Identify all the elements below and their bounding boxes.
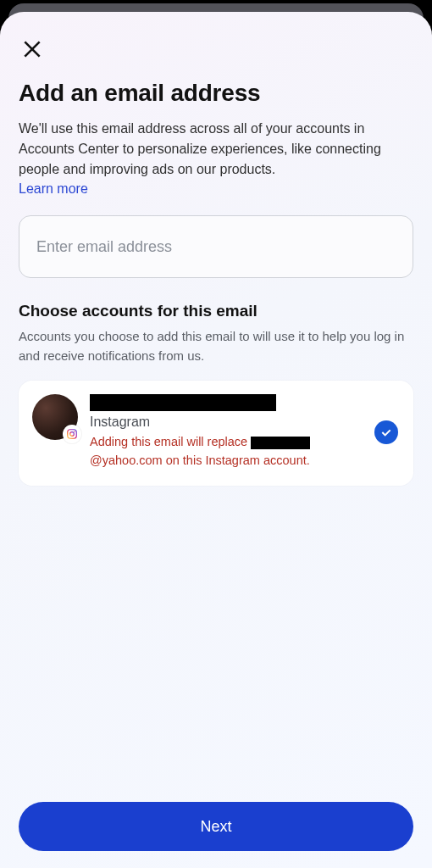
avatar bbox=[32, 394, 78, 440]
account-name-redacted bbox=[90, 394, 276, 411]
instagram-icon bbox=[63, 425, 81, 443]
account-platform-label: Instagram bbox=[90, 415, 361, 430]
account-row[interactable]: Instagram Adding this email will replace… bbox=[19, 381, 413, 486]
email-input[interactable] bbox=[19, 215, 413, 278]
svg-rect-2 bbox=[68, 430, 77, 439]
close-icon bbox=[21, 38, 43, 60]
accounts-section-description: Accounts you choose to add this email to… bbox=[19, 327, 413, 365]
redacted-email-local bbox=[251, 437, 310, 449]
page-description: We'll use this email address across all … bbox=[19, 119, 413, 180]
next-button[interactable]: Next bbox=[19, 802, 413, 851]
learn-more-link[interactable]: Learn more bbox=[19, 181, 413, 197]
close-button[interactable] bbox=[19, 36, 46, 63]
selected-check-icon bbox=[374, 420, 398, 444]
svg-point-3 bbox=[70, 432, 75, 437]
svg-point-4 bbox=[74, 431, 75, 431]
account-warning-text: Adding this email will replace @yahoo.co… bbox=[90, 433, 361, 470]
accounts-section-title: Choose accounts for this email bbox=[19, 302, 413, 320]
page-title: Add an email address bbox=[19, 80, 413, 107]
modal-sheet: Add an email address We'll use this emai… bbox=[0, 12, 432, 868]
